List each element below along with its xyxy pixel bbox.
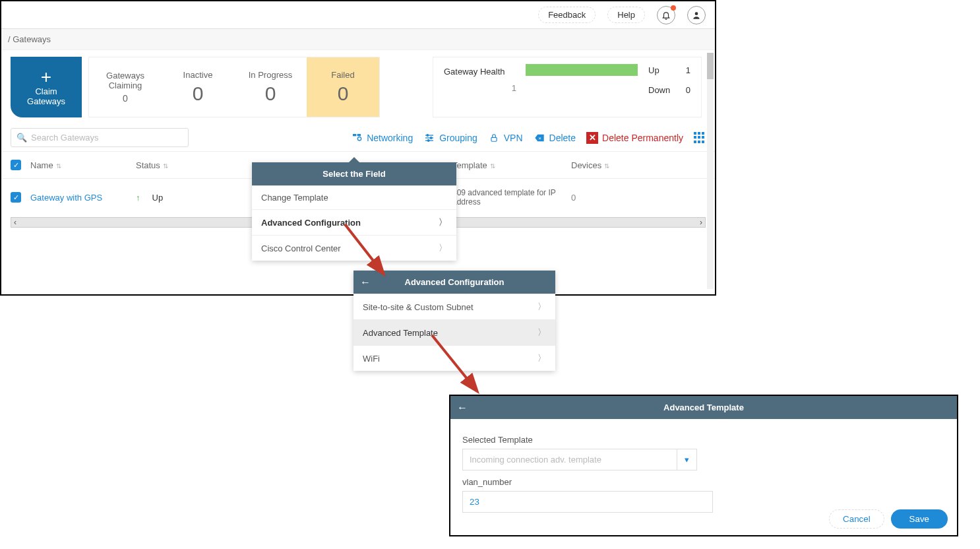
metric-value: 0 xyxy=(193,82,204,105)
vlan-number-label: vlan_number xyxy=(462,477,945,487)
metric-label: Gateways Claiming xyxy=(89,71,162,90)
template-select[interactable]: Incoming connection adv. template ▾ xyxy=(462,449,697,470)
scroll-thumb[interactable] xyxy=(707,53,714,79)
plus-icon: + xyxy=(41,68,51,86)
advanced-configuration-popover: ← Advanced Configuration Site-to-site & … xyxy=(353,271,555,371)
notification-dot-icon xyxy=(671,5,676,11)
user-avatar-icon[interactable] xyxy=(687,6,706,24)
save-button[interactable]: Save xyxy=(891,509,948,529)
networking-button[interactable]: Networking xyxy=(351,132,413,144)
metrics-group: Gateways Claiming 0 Inactive 0 In Progre… xyxy=(88,57,380,117)
chevron-right-icon: 〉 xyxy=(537,301,546,313)
dropdown-toggle-icon[interactable]: ▾ xyxy=(677,449,697,470)
gateway-health-card: Gateway Health 1 Up 1 Down 0 xyxy=(433,57,702,117)
health-up-label: Up xyxy=(648,65,659,75)
chevron-right-icon: 〉 xyxy=(537,327,546,339)
claim-gateways-button[interactable]: + Claim Gateways xyxy=(11,57,82,117)
back-arrow-icon[interactable]: ← xyxy=(360,276,371,288)
sliders-icon xyxy=(423,132,435,144)
back-arrow-icon[interactable]: ← xyxy=(457,402,468,414)
metric-label: In Progress xyxy=(249,70,292,80)
menu-advanced-configuration[interactable]: Advanced Configuration〉 xyxy=(252,209,456,235)
lock-icon xyxy=(488,132,500,144)
row-template: 809 advanced template for IP address xyxy=(452,188,571,207)
gateway-name-link[interactable]: Gateway with GPS xyxy=(30,193,136,203)
sort-icon: ⇅ xyxy=(163,162,168,170)
health-down-label: Down xyxy=(648,85,670,95)
search-icon: 🔍 xyxy=(16,133,27,143)
svg-point-0 xyxy=(695,12,698,15)
menu-wifi[interactable]: WiFi〉 xyxy=(353,345,555,371)
search-placeholder: Search Gateways xyxy=(31,133,99,143)
health-total: 1 xyxy=(444,83,516,93)
popover-title: ← Advanced Configuration xyxy=(353,271,555,294)
topbar: Feedback Help xyxy=(1,1,715,29)
svg-rect-10 xyxy=(491,137,497,141)
metric-claiming[interactable]: Gateways Claiming 0 xyxy=(89,57,162,117)
cancel-button[interactable]: Cancel xyxy=(829,509,884,529)
svg-point-8 xyxy=(431,137,433,139)
chevron-right-icon: 〉 xyxy=(439,216,447,228)
feedback-button[interactable]: Feedback xyxy=(538,7,596,23)
template-select-value: Incoming connection adv. template xyxy=(462,449,677,470)
col-devices[interactable]: Devices⇅ xyxy=(571,160,624,170)
menu-cisco-control-center[interactable]: Cisco Control Center〉 xyxy=(252,235,456,261)
claim-label-1: Claim xyxy=(35,86,57,96)
metric-label: Failed xyxy=(331,70,354,80)
col-name[interactable]: Name⇅ xyxy=(30,160,136,170)
row-checkbox[interactable]: ✓ xyxy=(11,192,21,203)
delete-icon: × xyxy=(534,132,545,144)
menu-change-template[interactable]: Change Template xyxy=(252,185,456,209)
notification-bell-icon[interactable] xyxy=(657,6,675,24)
popover-title: Select the Field xyxy=(252,162,456,185)
menu-site-to-site[interactable]: Site-to-site & Custom Subnet〉 xyxy=(353,294,555,319)
svg-point-3 xyxy=(357,137,361,140)
health-down-value: 0 xyxy=(686,85,690,95)
delete-button[interactable]: × Delete xyxy=(534,132,576,144)
form-area: Selected Template Incoming connection ad… xyxy=(450,419,957,522)
health-title: Gateway Health xyxy=(444,67,516,77)
gateways-window: Feedback Help / Gateways + Claim Gateway… xyxy=(0,0,716,296)
vertical-scrollbar[interactable] xyxy=(707,53,714,289)
summary-row: + Claim Gateways Gateways Claiming 0 Ina… xyxy=(1,50,715,124)
metric-failed[interactable]: Failed 0 xyxy=(307,57,379,117)
row-status: ↑Up xyxy=(136,193,241,203)
metric-inprogress[interactable]: In Progress 0 xyxy=(234,57,307,117)
chevron-right-icon[interactable]: › xyxy=(700,218,702,227)
apps-grid-icon[interactable] xyxy=(694,132,706,144)
svg-point-7 xyxy=(427,134,429,136)
table-toolbar: 🔍 Search Gateways Networking Grouping VP… xyxy=(1,124,715,151)
metric-value: 0 xyxy=(265,82,276,105)
breadcrumb: / Gateways xyxy=(1,29,715,50)
vpn-button[interactable]: VPN xyxy=(488,132,523,144)
delete-permanently-button[interactable]: ✕ Delete Permanently xyxy=(586,132,683,144)
metric-label: Inactive xyxy=(183,70,213,80)
health-up-value: 1 xyxy=(686,65,690,75)
svg-rect-2 xyxy=(357,134,361,136)
menu-advanced-template[interactable]: Advanced Template〉 xyxy=(353,319,555,345)
col-status[interactable]: Status⇅ xyxy=(136,160,241,170)
chevron-left-icon[interactable]: ‹ xyxy=(14,218,16,227)
metric-value: 0 xyxy=(123,93,128,104)
search-input[interactable]: 🔍 Search Gateways xyxy=(11,128,189,147)
svg-rect-1 xyxy=(353,134,356,136)
chevron-right-icon: 〉 xyxy=(439,242,447,254)
select-field-popover: Select the Field Change Template Advance… xyxy=(252,162,456,261)
row-devices: 0 xyxy=(571,193,624,203)
delete-x-icon: ✕ xyxy=(586,132,598,144)
advanced-template-panel: ← Advanced Template Selected Template In… xyxy=(449,395,958,536)
col-template[interactable]: Template⇅ xyxy=(452,160,571,170)
footer-buttons: Cancel Save xyxy=(829,509,948,529)
select-all-checkbox[interactable]: ✓ xyxy=(11,160,21,170)
vlan-number-input[interactable] xyxy=(462,491,713,513)
metric-inactive[interactable]: Inactive 0 xyxy=(162,57,234,117)
metric-value: 0 xyxy=(338,82,349,105)
networking-icon xyxy=(351,132,363,144)
selected-template-label: Selected Template xyxy=(462,435,945,445)
panel-header: ← Advanced Template xyxy=(450,396,957,419)
claim-label-2: Gateways xyxy=(27,96,65,106)
caret-up-icon xyxy=(349,157,359,162)
help-button[interactable]: Help xyxy=(607,7,645,23)
health-up-bar xyxy=(526,64,638,76)
grouping-button[interactable]: Grouping xyxy=(423,132,477,144)
